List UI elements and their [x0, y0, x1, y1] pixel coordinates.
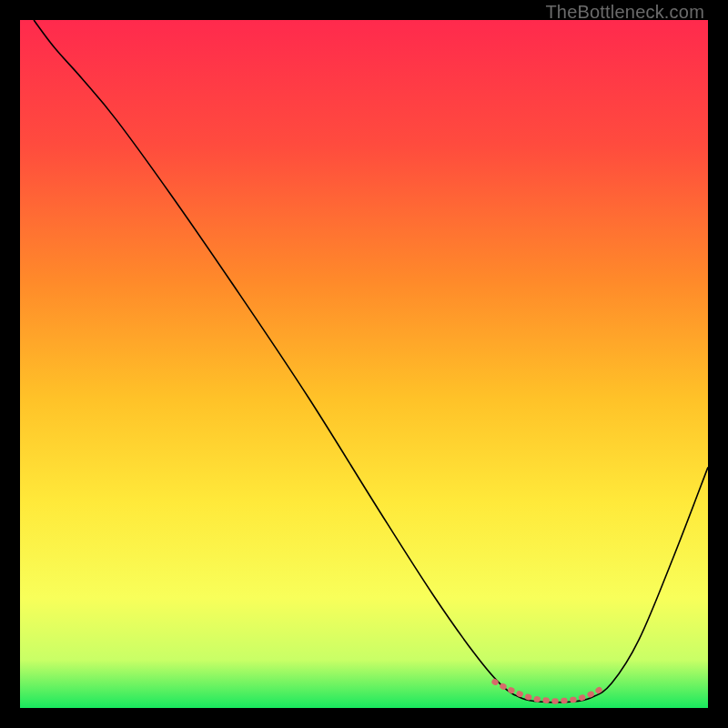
bottleneck-chart: [20, 20, 708, 708]
chart-frame: [20, 20, 708, 708]
watermark-text: TheBottleneck.com: [545, 2, 704, 23]
gradient-background: [20, 20, 708, 708]
